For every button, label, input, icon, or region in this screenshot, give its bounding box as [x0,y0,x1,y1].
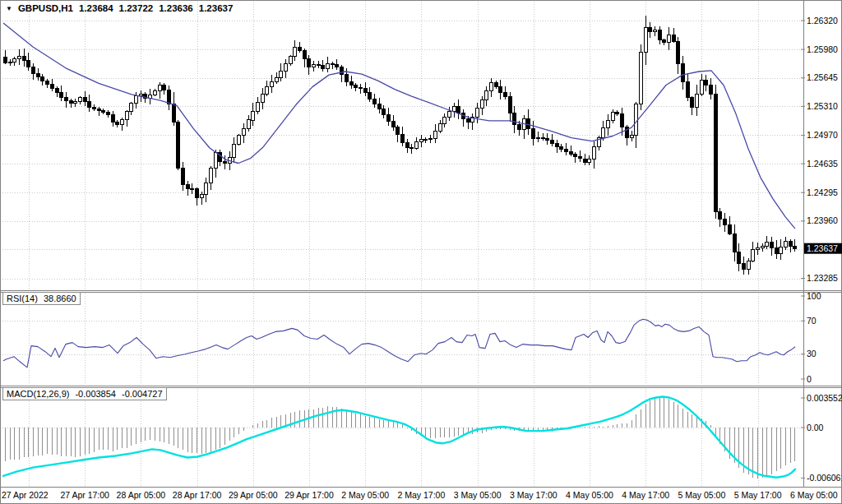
rsi-name: RSI(14) [7,293,38,304]
svg-text:28 Apr 17:00: 28 Apr 17:00 [173,490,222,500]
svg-text:4 May 17:00: 4 May 17:00 [622,490,669,500]
svg-text:1.23285: 1.23285 [807,273,838,283]
macd-signal-value: -0.004727 [122,388,163,400]
svg-text:27 Apr 17:00: 27 Apr 17:00 [60,490,109,500]
svg-text:1.24970: 1.24970 [807,130,838,140]
svg-text:1.24295: 1.24295 [807,187,838,197]
svg-text:0.00: 0.00 [807,423,824,432]
macd-main-value: -0.003854 [75,388,116,400]
svg-text:5 May 05:00: 5 May 05:00 [678,490,726,500]
symbol-dropdown-icon[interactable]: ▼ [6,5,12,12]
rsi-value: 38.8660 [44,293,76,304]
svg-text:5 May 17:00: 5 May 17:00 [734,490,782,500]
trading-chart-window: 1.263201.259801.256451.253101.249701.246… [0,0,842,504]
svg-text:1.25645: 1.25645 [807,72,838,82]
svg-text:4 May 05:00: 4 May 05:00 [566,490,613,500]
svg-text:3 May 17:00: 3 May 17:00 [510,490,557,500]
svg-text:2 May 05:00: 2 May 05:00 [341,490,389,500]
svg-text:1.25980: 1.25980 [807,44,838,54]
svg-text:27 Apr 2022: 27 Apr 2022 [2,490,49,500]
svg-text:2 May 17:00: 2 May 17:00 [398,490,446,500]
svg-text:3 May 05:00: 3 May 05:00 [454,490,502,500]
svg-text:1.24635: 1.24635 [807,159,838,169]
time-axis[interactable]: 27 Apr 202227 Apr 17:0028 Apr 05:0028 Ap… [2,490,838,500]
macd-indicator-label[interactable]: MACD(12,26,9) -0.003854 -0.004727 [2,387,167,400]
svg-text:6 May 05:00: 6 May 05:00 [790,490,838,500]
svg-text:1.25310: 1.25310 [807,101,838,111]
rsi-indicator-label[interactable]: RSI(14) 38.8660 [2,292,81,305]
svg-text:0.003552: 0.003552 [807,393,842,403]
chart-canvas[interactable]: 1.263201.259801.256451.253101.249701.246… [0,0,842,504]
svg-text:29 Apr 05:00: 29 Apr 05:00 [229,490,278,500]
svg-text:28 Apr 05:00: 28 Apr 05:00 [117,490,166,500]
svg-text:1.23960: 1.23960 [807,215,838,225]
svg-text:30: 30 [807,349,817,358]
svg-text:70: 70 [807,316,817,326]
svg-text:100: 100 [807,291,821,301]
svg-text:1.26320: 1.26320 [807,16,838,25]
svg-text:29 Apr 17:00: 29 Apr 17:00 [285,490,334,500]
macd-name: MACD(12,26,9) [7,388,69,400]
svg-text:0: 0 [807,374,812,384]
svg-text:1.23637: 1.23637 [807,243,838,253]
svg-text:-0.006061: -0.006061 [807,473,842,483]
current-price-tag: 1.23637 [804,243,842,254]
